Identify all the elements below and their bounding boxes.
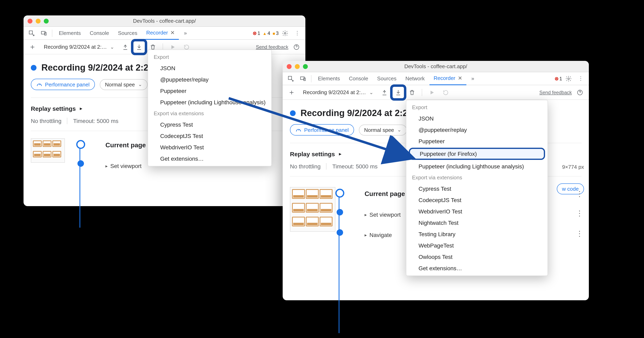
export-nightwatch[interactable]: Nightwatch Test [406,217,548,228]
export-puppeteer[interactable]: Puppeteer [406,136,548,147]
export-puppeteer-replay[interactable]: @puppeteer/replay [148,74,271,85]
new-recording-icon[interactable] [27,41,38,53]
svg-point-3 [284,32,286,34]
play-icon[interactable] [426,87,438,98]
export-puppeteer[interactable]: Puppeteer [148,85,271,97]
tab-elements[interactable]: Elements [55,27,85,40]
more-tabs-icon[interactable]: » [467,73,478,84]
export-owloops[interactable]: Owloops Test [406,251,548,262]
devtools-window-before: DevTools - coffee-cart.app/ Elements Con… [24,16,305,206]
settings-icon[interactable] [280,27,291,39]
recorder-toolbar: Recording 9/2/2024 at 2:… Send feedback [283,85,589,100]
performance-panel-button[interactable]: Performance panel [31,79,95,90]
window-title: DevTools - coffee-cart.app/ [283,63,589,69]
export-codeceptjs[interactable]: CodeceptJS Test [406,194,548,206]
speed-select[interactable]: Normal spee [359,124,406,135]
export-webdriverio[interactable]: WebdriverIO Test [406,206,548,217]
tab-recorder[interactable]: Recorder✕ [430,72,466,85]
kebab-icon[interactable]: ⋮ [575,73,586,84]
tab-console[interactable]: Console [345,72,372,85]
svg-rect-7 [304,78,305,80]
step-icon[interactable] [440,87,452,98]
recording-select[interactable]: Recording 9/2/2024 at 2:… [40,44,118,50]
page-thumbnail [31,138,65,163]
export-cypress[interactable]: Cypress Test [148,119,271,130]
step-menu-icon[interactable]: ⋮ [576,229,583,238]
page-thumbnail [290,187,336,232]
export-icon[interactable] [134,41,145,53]
step-menu-icon[interactable]: ⋮ [576,189,583,198]
export-puppeteer-replay[interactable]: @puppeteer/replay [406,124,548,136]
recording-title: Recording 9/2/2024 at 2:2 [300,108,408,119]
export-json[interactable]: JSON [148,63,271,74]
gauge-icon [36,81,42,88]
export-webdriverio[interactable]: WebdriverIO Test [148,142,271,153]
step-menu-icon[interactable]: ⋮ [576,209,583,218]
titlebar: DevTools - coffee-cart.app/ [283,61,589,72]
inspect-icon[interactable] [26,27,37,39]
tab-sources[interactable]: Sources [373,72,400,85]
close-window-icon[interactable] [287,64,292,69]
export-puppeteer-lighthouse[interactable]: Puppeteer (including Lighthouse analysis… [148,97,271,108]
gauge-icon [295,127,302,133]
devtools-window-after: DevTools - coffee-cart.app/ Elements Con… [283,61,589,300]
devtools-tabbar: Elements Console Sources Network Recorde… [283,72,589,85]
export-puppeteer-lighthouse[interactable]: Puppeteer (including Lighthouse analysis… [406,161,548,172]
minimize-window-icon[interactable] [295,64,300,69]
tab-recorder[interactable]: Recorder✕ [142,27,179,40]
export-webpagetest[interactable]: WebPageTest [406,240,548,251]
close-tab-icon[interactable]: ✕ [170,30,175,36]
export-testing-library[interactable]: Testing Library [406,228,548,240]
zoom-window-icon[interactable] [303,64,308,69]
device-toggle-icon[interactable] [38,27,50,39]
help-icon[interactable] [291,41,302,53]
import-icon[interactable] [120,41,131,53]
inspect-icon[interactable] [285,73,296,84]
window-title: DevTools - coffee-cart.app/ [24,18,305,24]
send-feedback-link[interactable]: Send feedback [256,44,288,50]
recording-title: Recording 9/2/2024 at 2:2 [41,63,148,73]
export-icon[interactable] [393,87,404,98]
more-tabs-icon[interactable]: » [180,27,191,39]
export-menu[interactable]: Export JSON @puppeteer/replay Puppeteer … [148,50,272,166]
get-extensions[interactable]: Get extensions… [406,262,548,274]
recording-select[interactable]: Recording 9/2/2024 at 2:… [300,89,376,95]
get-extensions[interactable]: Get extensions… [148,153,271,164]
help-icon[interactable] [574,87,586,98]
export-cypress[interactable]: Cypress Test [406,183,548,194]
svg-rect-2 [44,32,46,35]
devtools-tabbar: Elements Console Sources Recorder✕ » 1 4… [24,27,305,40]
status-counts[interactable]: 1 [554,76,562,81]
titlebar: DevTools - coffee-cart.app/ [24,16,305,27]
export-codeceptjs[interactable]: CodeceptJS Test [148,130,271,142]
viewport-dimensions-text: 9×774 px [562,164,584,170]
tab-elements[interactable]: Elements [314,72,344,85]
speed-select[interactable]: Normal spee [100,79,148,90]
device-toggle-icon[interactable] [297,73,308,84]
zoom-window-icon[interactable] [44,19,49,23]
close-window-icon[interactable] [28,19,32,23]
export-menu[interactable]: Export JSON @puppeteer/replay Puppeteer … [406,100,548,276]
tab-sources[interactable]: Sources [114,27,141,40]
recording-status-dot [31,65,36,71]
tab-network[interactable]: Network [401,72,429,85]
minimize-window-icon[interactable] [36,19,40,23]
close-tab-icon[interactable]: ✕ [458,75,462,81]
delete-icon[interactable] [406,87,418,98]
recording-status-dot [290,110,296,116]
tab-console[interactable]: Console [86,27,113,40]
settings-icon[interactable] [563,73,574,84]
kebab-icon[interactable]: ⋮ [292,27,303,39]
send-feedback-link[interactable]: Send feedback [539,90,572,95]
svg-point-8 [568,78,570,79]
import-icon[interactable] [379,87,390,98]
export-json[interactable]: JSON [406,113,548,124]
status-counts[interactable]: 1 4 3 [253,30,278,36]
new-recording-icon[interactable] [286,87,297,98]
export-puppeteer-firefox[interactable]: Puppeteer (for Firefox) [409,148,545,160]
performance-panel-button[interactable]: Performance panel [290,124,354,136]
